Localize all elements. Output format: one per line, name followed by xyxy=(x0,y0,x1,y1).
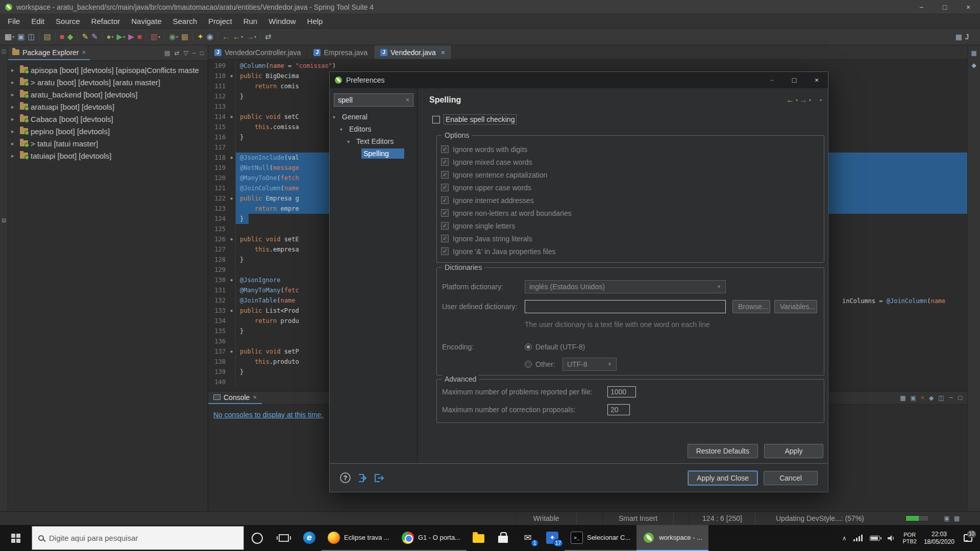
line-number[interactable]: 121 xyxy=(208,183,228,193)
open-console-icon[interactable]: ◫ xyxy=(938,394,944,402)
view-menu-icon[interactable]: ▾ xyxy=(820,98,822,103)
window-minimize-button[interactable]: − xyxy=(910,0,933,14)
package-explorer-tab[interactable]: Package Explorer × xyxy=(8,45,90,60)
tree-item-editors[interactable]: ▾Editors xyxy=(330,123,417,135)
new-wizard-icon[interactable]: ▦▾ xyxy=(4,31,15,43)
dropdown-caret-icon[interactable]: ▾ xyxy=(12,35,14,39)
line-number[interactable]: 116 xyxy=(208,132,228,142)
line-number[interactable]: 132 xyxy=(208,295,228,306)
preferences-search-input[interactable]: spell × xyxy=(334,93,413,107)
battery-icon[interactable] xyxy=(870,536,880,541)
platform-dictionary-select[interactable]: inglés (Estados Unidos) ▼ xyxy=(525,280,726,293)
profile-icon[interactable]: ▶ xyxy=(127,31,135,43)
tree-item-spelling[interactable]: Spelling xyxy=(330,147,417,160)
back-arrow-icon[interactable]: ← xyxy=(786,95,794,105)
checkbox-icon[interactable]: ✓ xyxy=(441,235,449,242)
option-row[interactable]: ✓Ignore Java string literals xyxy=(441,232,820,245)
menu-edit[interactable]: Edit xyxy=(26,14,50,29)
progress-view-icon[interactable]: ▣ xyxy=(944,515,949,522)
project-item[interactable]: ▸> aratu [boot] [devtools] [aratu master… xyxy=(8,76,208,88)
option-row[interactable]: ✓Ignore internet addresses xyxy=(441,194,820,207)
line-number[interactable]: 130 xyxy=(208,275,228,285)
close-tab-icon[interactable]: × xyxy=(441,48,445,57)
dropdown-caret-icon[interactable]: ▾ xyxy=(123,35,125,39)
checkbox-icon[interactable]: ✓ xyxy=(441,247,449,255)
project-item[interactable]: ▸pepino [boot] [devtools] xyxy=(8,125,208,137)
encoding-default-radio[interactable] xyxy=(525,343,532,350)
max-proposals-input[interactable]: 20 xyxy=(607,404,630,415)
variables-button[interactable]: Variables... xyxy=(774,300,817,313)
option-row[interactable]: ✓Ignore mixed case words xyxy=(441,156,820,168)
project-item[interactable]: ▸tatuiapi [boot] [devtools] xyxy=(8,149,208,162)
menu-file[interactable]: File xyxy=(2,14,26,29)
pin-console-icon[interactable]: ◆ xyxy=(929,394,934,402)
chevron-right-icon[interactable]: ▸ xyxy=(11,79,17,86)
network-icon[interactable] xyxy=(853,535,863,541)
save-icon[interactable]: ▣ xyxy=(16,31,26,43)
progress-label[interactable]: Updating DevStyle...: (57%) xyxy=(771,512,869,525)
line-number[interactable]: 126 xyxy=(208,234,228,244)
cortana-button[interactable] xyxy=(244,525,271,551)
scroll-lock-icon[interactable]: ▣ xyxy=(911,394,916,402)
encoding-other-select[interactable]: UTF-8 ▼ xyxy=(562,358,617,371)
taskbar-app-edge[interactable]: e xyxy=(297,525,322,551)
close-view-icon[interactable]: × xyxy=(82,48,86,56)
toolbox-icon[interactable]: ■ xyxy=(59,31,65,43)
chevron-up-icon[interactable]: ∧ xyxy=(842,535,847,542)
menu-project[interactable]: Project xyxy=(203,14,238,29)
export-preferences-icon[interactable] xyxy=(374,473,385,483)
tree-item-general[interactable]: ▾General xyxy=(330,111,417,123)
option-row[interactable]: ✓Ignore words with digits xyxy=(441,143,820,156)
checkbox-icon[interactable]: ✓ xyxy=(441,222,449,230)
restore-left-panel-icon[interactable]: ◫ xyxy=(2,48,6,54)
chevron-right-icon[interactable]: ▸ xyxy=(11,91,17,98)
restore-defaults-button[interactable]: Restore Defaults xyxy=(688,444,758,458)
debug-icon[interactable]: ●▾ xyxy=(106,31,115,43)
forward-arrow-icon[interactable]: → xyxy=(799,95,807,105)
volume-icon[interactable] xyxy=(887,534,895,542)
taskbar-app-file-explorer[interactable] xyxy=(467,525,491,551)
dropdown-caret-icon[interactable]: ▾ xyxy=(158,35,160,39)
dialog-close-button[interactable]: × xyxy=(805,72,828,88)
tree-item-text-editors[interactable]: ▾Text Editors xyxy=(330,135,417,147)
line-number[interactable]: 122 xyxy=(208,193,228,204)
view-menu-icon[interactable]: ▽ xyxy=(184,49,188,57)
save-all-icon[interactable]: ◫ xyxy=(27,31,36,43)
checkbox-icon[interactable]: ✓ xyxy=(441,209,449,217)
cancel-button[interactable]: Cancel xyxy=(764,471,818,485)
project-item[interactable]: ▸apisopa [boot] [devtools] [apisopa|Conf… xyxy=(8,64,208,76)
taskbar-app-store[interactable] xyxy=(491,525,516,551)
collapse-all-icon[interactable]: ▤ xyxy=(164,49,170,57)
maximize-console-icon[interactable]: □ xyxy=(958,394,962,402)
link-with-editor-icon[interactable]: ⇄ xyxy=(174,49,179,57)
apply-and-close-button[interactable]: Apply and Close xyxy=(688,471,757,485)
task-view-button[interactable] xyxy=(271,525,297,551)
language-indicator[interactable]: POR PTB2 xyxy=(902,532,917,545)
menu-window[interactable]: Window xyxy=(263,14,301,29)
line-number[interactable]: 114 xyxy=(208,112,228,122)
open-perspective-side-icon[interactable]: ▦ xyxy=(971,49,976,57)
back-icon[interactable]: ←▾ xyxy=(232,31,244,43)
line-number[interactable]: 136 xyxy=(208,336,228,346)
taskbar-app-firefox[interactable]: Eclipse trava ... xyxy=(322,525,396,551)
highlighter-icon[interactable]: ✎ xyxy=(90,31,99,43)
option-row[interactable]: ✓Ignore single letters xyxy=(441,219,820,232)
taskbar-app-mail[interactable]: ✉1 xyxy=(516,525,540,551)
window-maximize-button[interactable]: □ xyxy=(933,0,957,14)
open-perspective-icon[interactable]: ▦ xyxy=(955,31,962,43)
line-number[interactable]: 109 xyxy=(208,61,228,71)
user-dictionary-input[interactable] xyxy=(525,300,726,313)
checkbox-icon[interactable]: ✓ xyxy=(441,184,449,191)
line-number[interactable]: 140 xyxy=(208,377,228,387)
line-number[interactable]: 123 xyxy=(208,204,228,214)
line-number[interactable]: 125 xyxy=(208,224,228,234)
back-history-caret-icon[interactable]: ▾ xyxy=(796,98,798,103)
chevron-right-icon[interactable]: ▸ xyxy=(11,140,17,147)
line-number[interactable]: 131 xyxy=(208,285,228,295)
coverage-icon[interactable]: ▥▾ xyxy=(150,31,161,43)
editor-tab[interactable]: JVendedorController.java xyxy=(208,45,307,59)
line-number[interactable]: 138 xyxy=(208,357,228,367)
chevron-right-icon[interactable]: ▸ xyxy=(11,116,17,122)
line-number[interactable]: 117 xyxy=(208,142,228,153)
apply-button[interactable]: Apply xyxy=(764,444,823,458)
